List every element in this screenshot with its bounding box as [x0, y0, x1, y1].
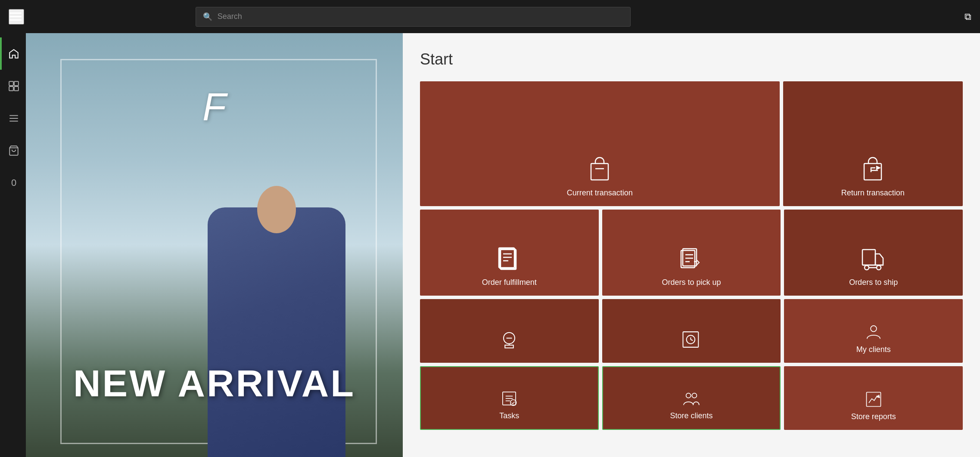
menu-button[interactable]: [9, 9, 24, 25]
hero-brand-letter: F: [202, 85, 226, 129]
hero-person: [173, 164, 380, 457]
tile-current-transaction-label: Current transaction: [429, 188, 771, 198]
tile-my-clients[interactable]: My clients: [784, 299, 963, 363]
svg-rect-42: [866, 392, 880, 407]
svg-rect-3: [14, 86, 19, 91]
tile-time-clock[interactable]: [602, 299, 781, 363]
tile-order-fulfillment-label: Order fulfillment: [429, 278, 590, 287]
tile-orders-to-pick-up-label: Orders to pick up: [611, 278, 772, 287]
svg-rect-0: [9, 81, 13, 86]
right-panel: Start Current transaction Re: [403, 33, 980, 457]
sidebar-item-home[interactable]: [0, 37, 26, 70]
svg-rect-16: [501, 250, 516, 269]
tile-store-reports-label: Store reports: [793, 412, 954, 421]
tasks-icon: [500, 389, 519, 408]
orders-badge: 0: [11, 177, 16, 188]
tile-tasks[interactable]: Tasks: [420, 366, 599, 430]
clock-icon: [680, 328, 703, 351]
pickup-icon: [678, 245, 705, 273]
hero-background: F NEW ARRIVAL: [26, 33, 403, 457]
sidebar-item-cart[interactable]: [0, 134, 26, 167]
start-title: Start: [420, 50, 963, 68]
return-bag-icon: [859, 156, 887, 183]
tile-store-clients[interactable]: Store clients: [602, 366, 781, 430]
tile-store-clients-label: Store clients: [612, 411, 772, 420]
svg-point-23: [865, 266, 869, 270]
svg-rect-11: [500, 249, 515, 269]
bookmark-icon[interactable]: ⧉: [964, 11, 971, 22]
svg-rect-8: [591, 164, 608, 180]
search-input[interactable]: [218, 12, 623, 21]
tile-orders-to-pick-up[interactable]: Orders to pick up: [602, 210, 781, 296]
tiles-col-mid: Store clients: [602, 299, 781, 430]
tile-my-clients-label: My clients: [793, 345, 954, 354]
svg-point-24: [877, 266, 881, 270]
tile-current-transaction[interactable]: Current transaction: [420, 81, 780, 206]
tiles-col-right: My clients Store reports: [784, 299, 963, 430]
topbar-right: ⧉: [964, 11, 971, 22]
store-clients-icon: [682, 389, 701, 408]
tile-tasks-label: Tasks: [429, 411, 589, 420]
sidebar: 0: [0, 33, 26, 457]
tiles-row-1: Current transaction Return transaction: [420, 81, 963, 206]
svg-point-41: [871, 326, 877, 332]
shopping-bag-icon: [586, 156, 613, 183]
tile-open-drawer[interactable]: [420, 299, 599, 363]
my-clients-icon: [864, 323, 883, 342]
tile-order-fulfillment[interactable]: Order fulfillment: [420, 210, 599, 296]
svg-line-38: [691, 340, 693, 340]
hero-tagline: NEW ARRIVAL: [73, 361, 355, 405]
search-bar: 🔍: [196, 7, 631, 27]
sidebar-item-orders[interactable]: 0: [0, 167, 26, 199]
tile-return-transaction[interactable]: Return transaction: [783, 81, 963, 206]
svg-point-40: [692, 393, 697, 398]
fulfillment-icon: [495, 245, 523, 273]
reports-icon: [864, 390, 883, 409]
tile-orders-to-ship[interactable]: Orders to ship: [784, 210, 963, 296]
sidebar-item-products[interactable]: [0, 70, 26, 102]
main-layout: 0 F NEW ARRIVAL Start: [0, 33, 980, 457]
tiles-row-2: Order fulfillment Orders to pick up: [420, 210, 963, 296]
ship-icon: [860, 245, 887, 273]
tiles-col-left: Tasks: [420, 299, 599, 430]
tile-return-transaction-label: Return transaction: [792, 188, 954, 198]
topbar: 🔍 ⧉: [0, 0, 980, 33]
hero-area: F NEW ARRIVAL: [26, 33, 403, 457]
svg-point-39: [686, 393, 691, 398]
tile-orders-to-ship-label: Orders to ship: [793, 278, 954, 287]
tile-store-reports[interactable]: Store reports: [784, 366, 963, 430]
svg-rect-1: [14, 81, 19, 86]
tiles-row-3: Tasks: [420, 299, 963, 430]
sidebar-item-menu[interactable]: [0, 102, 26, 134]
svg-rect-10: [864, 164, 881, 180]
svg-rect-22: [862, 250, 875, 265]
search-icon: 🔍: [203, 12, 212, 22]
svg-rect-2: [9, 86, 13, 91]
drawer-icon: [498, 328, 520, 351]
